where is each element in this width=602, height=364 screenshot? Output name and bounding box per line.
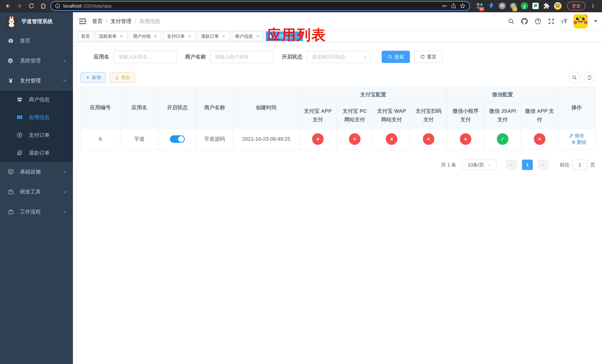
annotation-title: 应用列表	[267, 26, 326, 45]
ext-tray-icon[interactable]: 1	[509, 2, 517, 10]
page-content: 应用名 商户名称 开启状态 请选择开启状态 搜索 重置	[73, 42, 602, 364]
export-button[interactable]: 导出	[110, 72, 135, 83]
tag-pay-order[interactable]: 支付订单×	[164, 32, 195, 41]
app-title: 芋道管理系统	[22, 18, 53, 25]
user-avatar[interactable]	[573, 14, 588, 28]
avatar-dropdown-icon[interactable]	[594, 20, 598, 24]
col-app-name: 应用名	[120, 87, 159, 128]
search-button[interactable]: 搜索	[382, 51, 410, 63]
chevron-down-icon	[487, 163, 491, 167]
chevron-down-icon	[63, 170, 67, 174]
group-alipay-config: 支付宝配置	[299, 87, 447, 102]
profile-avatar-icon[interactable]	[554, 2, 562, 10]
col-alipay-app: 支付宝 APP 支付	[299, 102, 336, 128]
sidebar-item-label: 退款订单	[29, 150, 67, 156]
sidebar-item-payment[interactable]: ¥ 支付管理	[0, 71, 73, 91]
document-copy-icon	[16, 150, 23, 156]
sidebar-item-label: 基础设施	[20, 168, 57, 175]
close-icon[interactable]: ×	[187, 34, 192, 39]
table-toolbar: 新增 导出	[80, 72, 595, 83]
tag-home[interactable]: 首页	[78, 32, 93, 41]
goto-label: 前往	[560, 162, 570, 168]
gear-icon	[7, 58, 14, 64]
browser-toolbar: localhost:1024/pay/app 10 ⌘ 1 y	[0, 0, 602, 12]
tag-process-form[interactable]: 流程表单×	[96, 32, 127, 41]
refresh-icon	[420, 54, 425, 59]
ext-grid-diamond-icon[interactable]: 10	[476, 2, 484, 10]
sidebar-collapse-icon[interactable]	[79, 18, 86, 25]
breadcrumb-home[interactable]: 首页	[92, 18, 103, 25]
yen-icon: ¥	[7, 77, 14, 85]
github-icon[interactable]	[521, 18, 528, 25]
status-select[interactable]: 请选择开启状态	[307, 51, 371, 63]
wechat-app-status-icon: ×	[534, 133, 545, 145]
chevron-down-icon	[363, 55, 367, 59]
help-icon[interactable]	[534, 18, 541, 25]
tag-refund-order[interactable]: 退款订单×	[198, 32, 230, 41]
app-name-input[interactable]	[114, 51, 177, 63]
browser-home-button[interactable]	[39, 1, 48, 11]
site-info-icon[interactable]	[55, 3, 60, 9]
browser-back-button[interactable]	[3, 1, 13, 11]
col-wechat-lite: 微信小程序支付	[447, 102, 484, 128]
sidebar-item-merchant-info[interactable]: 商户信息	[0, 91, 73, 108]
chevron-down-icon	[63, 210, 67, 214]
close-icon[interactable]: ×	[153, 34, 158, 39]
toolbox-icon	[7, 189, 14, 195]
tag-merchant-info[interactable]: 商户信息×	[232, 32, 264, 41]
edit-link[interactable]: 修改	[569, 132, 584, 139]
wechat-jsapi-status-icon: ✓	[497, 133, 508, 145]
page-number-button[interactable]: 1	[522, 160, 533, 170]
delete-link[interactable]: 删除	[571, 139, 586, 146]
fullscreen-icon[interactable]	[548, 18, 555, 25]
sidebar-item-dev-tools[interactable]: 研发工具	[0, 182, 73, 202]
col-app-id: 应用编号	[81, 87, 120, 128]
grid-icon	[16, 114, 23, 120]
password-key-icon[interactable]	[442, 3, 448, 9]
goto-page-input[interactable]	[572, 160, 587, 170]
bookmark-star-icon[interactable]	[460, 3, 466, 9]
tag-user-group[interactable]: 用户分组×	[129, 32, 161, 41]
extensions-puzzle-icon[interactable]	[543, 2, 550, 10]
sidebar-item-refund-order[interactable]: 退款订单	[0, 144, 73, 162]
sidebar-item-app-info[interactable]: 应用信息	[0, 108, 73, 126]
refresh-table-button[interactable]	[584, 72, 595, 83]
browser-reload-button[interactable]	[27, 1, 36, 11]
briefcase-icon	[7, 209, 14, 215]
browser-update-button[interactable]: 更新	[567, 1, 585, 10]
browser-menu-icon[interactable]: ⋮	[589, 3, 597, 9]
app-logo: 芋道管理系统	[0, 12, 73, 31]
browser-forward-button[interactable]	[15, 1, 24, 11]
ext-chat-icon[interactable]	[532, 2, 539, 10]
close-icon[interactable]: ×	[221, 34, 226, 39]
ext-blue-gem-icon[interactable]	[487, 2, 495, 10]
sidebar-item-label: 工作流程	[20, 208, 57, 215]
sidebar-item-label: 应用信息	[29, 114, 67, 121]
next-page-button[interactable]: ›	[538, 160, 549, 170]
prev-page-button[interactable]: ‹	[506, 160, 517, 170]
sidebar-item-infrastructure[interactable]: 基础设施	[0, 162, 73, 182]
toggle-search-button[interactable]	[569, 72, 580, 83]
sidebar-item-system[interactable]: 系统管理	[0, 51, 73, 71]
sidebar-item-pay-order[interactable]: 支付订单	[0, 126, 73, 144]
reset-button[interactable]: 重置	[414, 51, 442, 63]
enabled-switch[interactable]	[170, 135, 185, 143]
address-bar[interactable]: localhost:1024/pay/app	[50, 1, 470, 11]
ext-command-icon[interactable]: ⌘	[498, 2, 506, 10]
chevron-up-icon	[63, 78, 67, 83]
sidebar-item-home[interactable]: 首页	[0, 31, 73, 51]
share-icon[interactable]	[451, 3, 456, 9]
close-icon[interactable]: ×	[255, 34, 260, 39]
close-icon[interactable]: ×	[119, 34, 124, 39]
add-button[interactable]: 新增	[80, 72, 106, 83]
merchant-name-input[interactable]	[210, 51, 274, 63]
pagination-total: 共 1 条	[441, 162, 456, 168]
sidebar-item-workflow[interactable]: 工作流程	[0, 202, 73, 222]
font-size-icon[interactable]: TT	[561, 18, 567, 24]
col-enabled: 开启状态	[159, 87, 196, 128]
download-icon	[115, 75, 119, 80]
page-size-select[interactable]: 10条/页	[462, 160, 496, 170]
header-search-icon[interactable]	[508, 18, 515, 25]
breadcrumb-payment[interactable]: 支付管理	[111, 18, 131, 25]
ext-y-green-icon[interactable]: y	[521, 2, 528, 10]
